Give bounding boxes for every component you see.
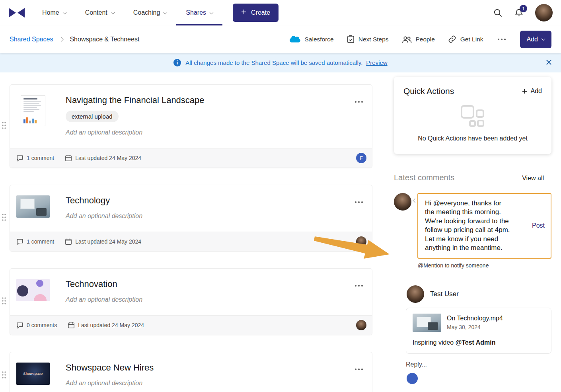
comment-draft-text[interactable]: Hi @everyone, thanks for the meeting thi… — [418, 194, 512, 258]
chevron-right-icon — [59, 37, 64, 41]
bubble-tail-icon — [413, 198, 417, 203]
action-label: Next Steps — [358, 36, 389, 43]
comment-input[interactable]: Hi @everyone, thanks for the meeting thi… — [417, 193, 551, 259]
view-all-link[interactable]: View all — [522, 175, 544, 182]
content-card: Showspace Showspace New Hires Add an opt… — [10, 352, 372, 392]
quick-actions-empty-icon — [460, 122, 485, 129]
card-thumbnail[interactable] — [16, 95, 50, 136]
add-button[interactable]: Add — [520, 31, 551, 48]
card-description-placeholder[interactable]: Add an optional description — [66, 380, 354, 387]
user-avatar[interactable] — [535, 4, 553, 21]
card-title[interactable]: Navigating the Financial Landscape — [66, 95, 354, 105]
create-label: Create — [251, 9, 270, 16]
comment-author: Test User — [430, 290, 459, 298]
asset-thumbnail — [413, 314, 441, 332]
comment-card[interactable]: On Technology.mp4 May 30, 2024 Inspiring… — [406, 308, 551, 354]
more-menu-icon[interactable] — [354, 195, 364, 208]
link-icon — [448, 35, 456, 43]
avatar — [407, 285, 424, 303]
action-label: Get Link — [460, 36, 483, 43]
people-button[interactable]: People — [402, 35, 435, 43]
card-footer: 1 comment Last updated 24 May 2024 — [10, 232, 372, 251]
avatar — [356, 320, 366, 330]
card-thumbnail[interactable] — [16, 279, 50, 303]
comment-icon — [16, 322, 23, 329]
avatar — [394, 193, 411, 211]
notification-count-badge: 1 — [520, 5, 527, 12]
chevron-down-icon — [210, 10, 214, 14]
comment-count[interactable]: 1 comment — [27, 238, 54, 245]
chevron-down-icon — [111, 10, 115, 14]
content-card: Technology Add an optional description 1… — [10, 185, 372, 252]
card-title[interactable]: Technovation — [66, 279, 354, 289]
search-icon[interactable] — [493, 8, 503, 18]
comment-composer: Hi @everyone, thanks for the meeting thi… — [394, 193, 551, 259]
comment-count[interactable]: 1 comment — [27, 155, 54, 161]
more-menu-icon[interactable] — [354, 95, 364, 107]
add-quick-action-button[interactable]: Add — [522, 88, 542, 95]
card-title[interactable]: Showspace New Hires — [66, 363, 354, 373]
people-icon — [402, 35, 412, 43]
more-actions-icon[interactable] — [497, 36, 507, 43]
content-card: Technovation Add an optional description… — [10, 268, 372, 335]
content-card-row: Technovation Add an optional description… — [10, 268, 372, 335]
next-steps-button[interactable]: Next Steps — [347, 35, 389, 43]
preview-link[interactable]: Preview — [366, 59, 387, 66]
asset-date: May 30, 2024 — [447, 324, 503, 330]
comment-text: Inspiring video @Test Admin — [413, 339, 545, 346]
post-button[interactable]: Post — [526, 222, 551, 229]
card-tag: external upload — [66, 111, 119, 122]
card-description-placeholder[interactable]: Add an optional description — [66, 296, 354, 303]
calendar-icon — [68, 322, 75, 329]
drag-handle-icon[interactable] — [2, 371, 6, 380]
card-title[interactable]: Technology — [66, 195, 354, 206]
content-list: Navigating the Financial Landscape exter… — [10, 84, 372, 392]
showpad-logo-icon[interactable] — [8, 8, 27, 18]
nav-item-content[interactable]: Content — [76, 0, 124, 25]
action-label: Salesforce — [304, 36, 333, 43]
add-label: Add — [527, 36, 538, 43]
drag-handle-icon[interactable] — [2, 297, 6, 306]
drag-handle-icon[interactable] — [2, 121, 6, 131]
more-menu-icon[interactable] — [354, 363, 364, 375]
content-card: Navigating the Financial Landscape exter… — [10, 84, 372, 168]
mention: @Test Admin — [456, 339, 496, 346]
clipboard-icon — [347, 35, 355, 43]
drag-handle-icon[interactable] — [2, 213, 6, 223]
calendar-icon — [65, 154, 72, 162]
content-card-row: Navigating the Financial Landscape exter… — [10, 84, 372, 168]
comment-icon — [16, 238, 23, 245]
breadcrumb-shared-spaces[interactable]: Shared Spaces — [10, 36, 53, 43]
nav-item-home[interactable]: Home — [33, 0, 76, 25]
last-updated-label: Last updated 24 May 2024 — [78, 322, 144, 328]
card-description-placeholder[interactable]: Add an optional description — [66, 129, 354, 136]
chevron-down-icon — [542, 37, 545, 41]
document-thumbnail — [21, 95, 45, 126]
reply-input[interactable]: Reply... — [406, 361, 551, 368]
card-description-placeholder[interactable]: Add an optional description — [66, 213, 354, 220]
close-icon[interactable] — [546, 59, 552, 65]
create-button[interactable]: Create — [233, 4, 279, 22]
calendar-icon — [65, 238, 72, 245]
nav-label: Content — [85, 9, 107, 16]
card-thumbnail[interactable] — [16, 195, 50, 220]
nav-label: Shares — [186, 9, 206, 16]
card-thumbnail[interactable]: Showspace — [16, 363, 50, 387]
add-label: Add — [531, 88, 542, 95]
salesforce-button[interactable]: Salesforce — [288, 35, 333, 43]
presentation-thumbnail — [16, 279, 50, 301]
nav-item-coaching[interactable]: Coaching — [124, 0, 177, 25]
plus-icon — [241, 9, 247, 16]
breadcrumb-current-space: Showspace & Techneest — [70, 36, 139, 43]
info-icon — [173, 59, 181, 66]
get-link-button[interactable]: Get Link — [448, 35, 483, 43]
action-label: People — [416, 36, 435, 43]
avatar — [407, 373, 418, 384]
notifications-bell-icon[interactable]: 1 — [514, 8, 523, 18]
nav-item-shares[interactable]: Shares — [176, 0, 222, 25]
video-thumbnail — [16, 195, 50, 218]
more-menu-icon[interactable] — [354, 279, 364, 291]
content-card-row: Showspace Showspace New Hires Add an opt… — [10, 352, 372, 392]
banner-text: All changes made to the Shared Space wil… — [185, 59, 362, 66]
comment-count[interactable]: 0 comments — [27, 322, 57, 328]
